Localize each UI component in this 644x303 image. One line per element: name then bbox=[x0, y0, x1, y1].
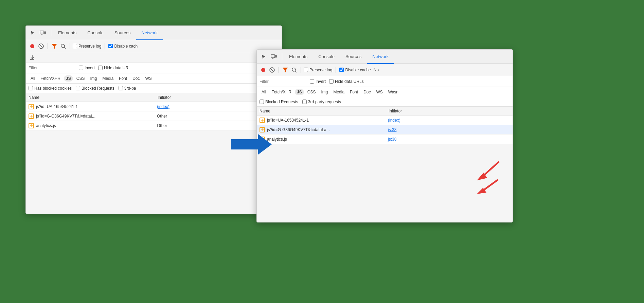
row-initiator-2-1: (index) bbox=[388, 118, 510, 123]
tab-icons-2 bbox=[260, 53, 278, 61]
clear-button-1[interactable] bbox=[37, 42, 45, 50]
filter-button-2[interactable] bbox=[282, 66, 289, 74]
table-row-1-1[interactable]: js?id=UA-165345241-1 (index) bbox=[26, 102, 282, 111]
cursor-icon-2[interactable] bbox=[260, 53, 268, 61]
download-button-1[interactable] bbox=[29, 54, 36, 61]
toolbar-sep-1 bbox=[105, 43, 105, 49]
tab-console-1[interactable]: Console bbox=[82, 26, 109, 40]
has-blocked-cookies-checkbox-1[interactable] bbox=[29, 86, 33, 90]
blocked-requests-checkbox-2[interactable] bbox=[260, 100, 264, 104]
preserve-log-checkbox-2[interactable] bbox=[304, 68, 308, 72]
filter-input-2[interactable] bbox=[260, 79, 300, 84]
svg-marker-6 bbox=[52, 44, 57, 49]
res-ws-1[interactable]: WS bbox=[143, 75, 154, 82]
third-party-label-2[interactable]: 3rd-party requests bbox=[302, 100, 341, 104]
hide-data-urls-checkbox-2[interactable] bbox=[329, 79, 334, 84]
res-all-2[interactable]: All bbox=[260, 89, 268, 95]
table-row-1-2[interactable]: js?id=G-G36G49KV7T&l=dataL... Other bbox=[26, 111, 282, 121]
res-js-1[interactable]: JS bbox=[64, 75, 73, 82]
res-img-1[interactable]: Img bbox=[88, 75, 99, 82]
tab-network-1[interactable]: Network bbox=[136, 26, 163, 40]
res-media-1[interactable]: Media bbox=[100, 75, 115, 82]
disable-cache-label-1[interactable]: Disable cach bbox=[108, 44, 138, 49]
record-button-2[interactable] bbox=[260, 66, 267, 74]
preserve-log-label-1[interactable]: Preserve log bbox=[73, 44, 101, 49]
filter-button-1[interactable] bbox=[51, 42, 58, 50]
hide-data-urls-label-2[interactable]: Hide data URLs bbox=[329, 79, 364, 84]
blocked-requests-label-2[interactable]: Blocked Requests bbox=[260, 100, 298, 104]
preserve-log-checkbox-1[interactable] bbox=[73, 44, 77, 48]
res-wasn-2[interactable]: Wasn bbox=[386, 89, 400, 95]
third-party-checkbox-1[interactable] bbox=[119, 86, 123, 90]
toolbar-row1-2: Preserve log Disable cache No bbox=[257, 64, 513, 76]
row-initiator-2-2: js:38 bbox=[388, 127, 510, 132]
tab-elements-1[interactable]: Elements bbox=[53, 26, 82, 40]
resource-bar-1: All Fetch/XHR JS CSS Img Media Font Doc … bbox=[26, 73, 282, 84]
toolbar-divider-4 bbox=[301, 67, 301, 73]
invert-label-2[interactable]: Invert bbox=[310, 79, 326, 84]
third-party-label-1[interactable]: 3rd-pa bbox=[119, 86, 136, 91]
table-row-2-2[interactable]: js?id=G-G36G49KV7T&l=dataLa... js:38 bbox=[257, 125, 513, 135]
res-media-2[interactable]: Media bbox=[331, 89, 346, 95]
res-all-1[interactable]: All bbox=[29, 75, 37, 82]
hide-data-urls-checkbox-1[interactable] bbox=[98, 66, 103, 70]
invert-checkbox-1[interactable] bbox=[79, 66, 83, 70]
clear-button-2[interactable] bbox=[268, 66, 276, 74]
filter-bar-2: Invert Hide data URLs bbox=[257, 76, 513, 87]
res-css-1[interactable]: CSS bbox=[74, 75, 87, 82]
disable-cache-checkbox-1[interactable] bbox=[108, 44, 113, 48]
tab-icons-1 bbox=[29, 29, 47, 37]
filter-input-1[interactable] bbox=[29, 66, 69, 70]
has-blocked-cookies-label-1[interactable]: Has blocked cookies bbox=[29, 86, 72, 91]
res-ws-2[interactable]: WS bbox=[374, 89, 384, 95]
device-icon-2[interactable] bbox=[270, 53, 278, 61]
res-font-1[interactable]: Font bbox=[117, 75, 129, 82]
blocked-requests-checkbox-1[interactable] bbox=[76, 86, 80, 90]
toolbar-divider-3 bbox=[279, 67, 279, 73]
col-name-header-1: Name bbox=[29, 95, 158, 100]
table-row-1-3[interactable]: analytics.js Other bbox=[26, 121, 282, 130]
col-initiator-header-2: Initiator bbox=[389, 109, 510, 113]
disable-cache-label-2[interactable]: Disable cache bbox=[339, 68, 371, 72]
filter-options-1: Invert Hide data URL bbox=[79, 66, 131, 70]
row-name-2-3: analytics.js bbox=[267, 137, 388, 142]
row-name-1-1: js?id=UA-165345241-1 bbox=[36, 104, 157, 109]
tab-console-2[interactable]: Console bbox=[313, 50, 340, 64]
blue-arrow bbox=[231, 131, 272, 159]
search-button-1[interactable] bbox=[59, 42, 67, 50]
svg-marker-17 bbox=[231, 134, 272, 155]
svg-point-21 bbox=[261, 68, 265, 72]
res-font-2[interactable]: Font bbox=[348, 89, 360, 95]
invert-checkbox-2[interactable] bbox=[310, 79, 314, 84]
cursor-icon[interactable] bbox=[29, 29, 37, 37]
table-row-2-3[interactable]: analytics.js js:38 bbox=[257, 135, 513, 144]
res-js-2[interactable]: JS bbox=[295, 89, 304, 95]
toolbar-row1-1: Preserve log Disable cach bbox=[26, 40, 282, 52]
third-party-checkbox-2[interactable] bbox=[302, 100, 307, 104]
tab-sources-2[interactable]: Sources bbox=[340, 50, 367, 64]
row-name-2-2: js?id=G-G36G49KV7T&l=dataLa... bbox=[267, 127, 388, 132]
hide-data-urls-label-1[interactable]: Hide data URL bbox=[98, 66, 131, 70]
tab-network-2[interactable]: Network bbox=[367, 50, 394, 64]
res-doc-1[interactable]: Doc bbox=[130, 75, 142, 82]
res-doc-2[interactable]: Doc bbox=[361, 89, 373, 95]
tab-bar-1: Elements Console Sources Network bbox=[26, 26, 282, 40]
res-fetchxhr-1[interactable]: Fetch/XHR bbox=[38, 75, 62, 82]
record-button-1[interactable] bbox=[29, 42, 36, 50]
table-row-2-1[interactable]: js?id=UA-165345241-1 (index) bbox=[257, 115, 513, 125]
search-button-2[interactable] bbox=[290, 66, 298, 74]
res-fetchxhr-2[interactable]: Fetch/XHR bbox=[269, 89, 293, 95]
toolbar-row2-1 bbox=[26, 52, 282, 63]
tab-sources-1[interactable]: Sources bbox=[109, 26, 136, 40]
table-header-2: Name Initiator bbox=[257, 107, 513, 115]
preserve-log-label-2[interactable]: Preserve log bbox=[304, 68, 332, 72]
blocked-requests-label-1[interactable]: Blocked Requests bbox=[76, 86, 114, 91]
invert-label-1[interactable]: Invert bbox=[79, 66, 95, 70]
checkbox-bar-2: Blocked Requests 3rd-party requests bbox=[257, 97, 513, 107]
res-img-2[interactable]: Img bbox=[319, 89, 330, 95]
disable-cache-checkbox-2[interactable] bbox=[339, 68, 344, 72]
tab-elements-2[interactable]: Elements bbox=[284, 50, 313, 64]
checkbox-bar-1: Has blocked cookies Blocked Requests 3rd… bbox=[26, 84, 282, 93]
device-icon[interactable] bbox=[39, 29, 47, 37]
res-css-2[interactable]: CSS bbox=[305, 89, 318, 95]
